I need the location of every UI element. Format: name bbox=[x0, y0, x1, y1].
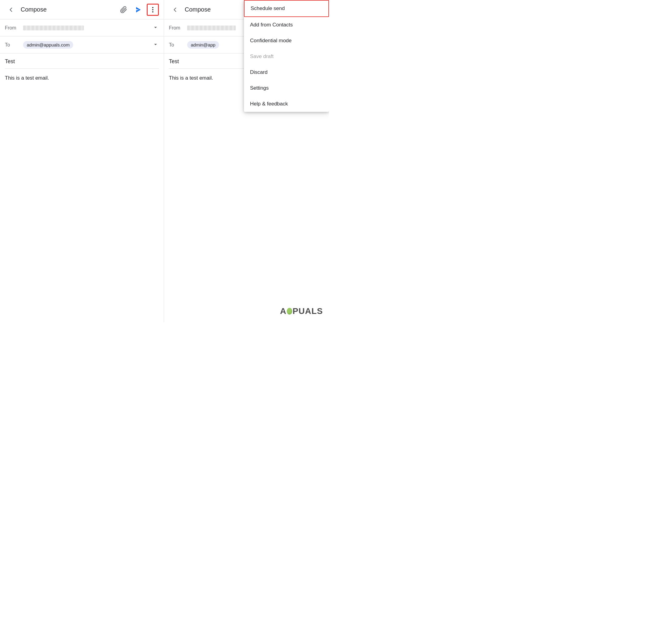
watermark-text: APUALS bbox=[280, 306, 323, 316]
left-toolbar-actions bbox=[118, 4, 159, 16]
left-toolbar: Compose bbox=[0, 0, 164, 20]
more-options-button[interactable] bbox=[147, 4, 159, 16]
right-to-chip[interactable]: admin@app bbox=[187, 41, 219, 49]
menu-item-help-feedback[interactable]: Help & feedback bbox=[244, 96, 329, 112]
menu-item-add-from-contacts[interactable]: Add from Contacts bbox=[244, 17, 329, 33]
svg-point-3 bbox=[152, 11, 154, 13]
menu-item-confidential-mode[interactable]: Confidential mode bbox=[244, 33, 329, 49]
svg-marker-0 bbox=[136, 7, 141, 13]
menu-item-save-draft: Save draft bbox=[244, 49, 329, 64]
left-divider bbox=[5, 68, 159, 69]
left-compose-body: Test This is a test email. bbox=[0, 53, 164, 87]
right-back-button[interactable] bbox=[169, 4, 181, 16]
send-button[interactable] bbox=[132, 4, 144, 16]
right-from-email-blurred bbox=[187, 25, 236, 30]
left-subject[interactable]: Test bbox=[5, 59, 159, 65]
left-to-chip[interactable]: admin@appuals.com bbox=[23, 41, 73, 49]
right-to-label: To bbox=[169, 42, 187, 48]
left-to-dropdown-icon[interactable] bbox=[152, 41, 159, 49]
left-compose-panel: Compose bbox=[0, 0, 164, 322]
left-from-dropdown-icon[interactable] bbox=[152, 24, 159, 32]
right-from-label: From bbox=[169, 25, 187, 31]
watermark: APUALS bbox=[280, 306, 323, 316]
left-from-label: From bbox=[5, 25, 23, 31]
svg-point-2 bbox=[152, 9, 154, 10]
menu-item-schedule-send[interactable]: Schedule send bbox=[244, 0, 329, 17]
left-from-value bbox=[23, 25, 152, 30]
context-menu: Schedule send Add from Contacts Confiden… bbox=[244, 0, 329, 112]
menu-item-settings[interactable]: Settings bbox=[244, 80, 329, 96]
left-back-button[interactable] bbox=[5, 4, 17, 16]
left-to-row: To admin@appuals.com bbox=[0, 37, 164, 53]
svg-point-1 bbox=[152, 7, 154, 8]
left-toolbar-title: Compose bbox=[21, 6, 118, 13]
left-to-value: admin@appuals.com bbox=[23, 41, 152, 49]
left-from-row: From bbox=[0, 20, 164, 37]
left-from-email-blurred bbox=[23, 25, 84, 30]
right-compose-panel: Compose From To admin@app Test This is a… bbox=[164, 0, 329, 322]
screen: Compose bbox=[0, 0, 329, 322]
left-to-label: To bbox=[5, 42, 23, 48]
menu-item-discard[interactable]: Discard bbox=[244, 64, 329, 80]
left-body[interactable]: This is a test email. bbox=[5, 74, 159, 82]
attachment-button[interactable] bbox=[118, 4, 130, 16]
